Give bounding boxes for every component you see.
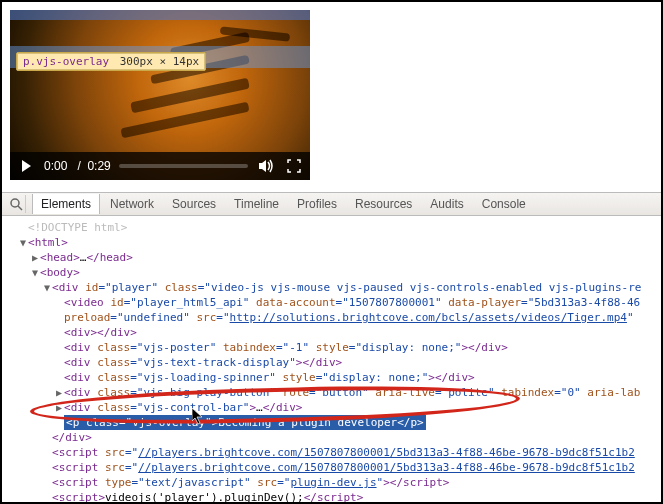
expand-icon[interactable]: ▶	[54, 400, 64, 415]
duration-time: 0:29	[87, 159, 110, 173]
svg-point-1	[11, 199, 19, 207]
tree-row[interactable]: <script src="//players.brightcove.com/15…	[6, 460, 659, 475]
tree-row[interactable]: ▶<div class="vjs-control-bar">…</div>	[6, 400, 659, 415]
dom-tree[interactable]: <!DOCTYPE html> ▼<html> ▶<head>…</head> …	[2, 216, 661, 504]
svg-line-2	[18, 206, 22, 210]
volume-icon	[257, 157, 275, 175]
search-icon[interactable]	[8, 195, 26, 213]
tab-timeline[interactable]: Timeline	[226, 194, 287, 214]
fullscreen-button[interactable]	[284, 156, 304, 176]
devtools-toolbar: Elements Network Sources Timeline Profil…	[2, 192, 661, 216]
expand-icon[interactable]: ▶	[54, 385, 64, 400]
tab-sources[interactable]: Sources	[164, 194, 224, 214]
expand-icon[interactable]: ▼	[18, 235, 28, 250]
tree-row[interactable]: ▶<head>…</head>	[6, 250, 659, 265]
tree-row[interactable]: <div class="vjs-poster" tabindex="-1" st…	[6, 340, 659, 355]
tooltip-selector: p.vjs-overlay	[23, 55, 109, 68]
tab-console[interactable]: Console	[474, 194, 534, 214]
video-player[interactable]: p.vjs-overlay 300px × 14px 0:00 / 0:29	[10, 10, 310, 180]
tree-row-selected[interactable]: <p class="vjs-overlay">Becoming a plugin…	[6, 415, 659, 430]
svg-marker-3	[192, 408, 202, 424]
tab-network[interactable]: Network	[102, 194, 162, 214]
progress-bar[interactable]	[119, 164, 248, 168]
tree-row[interactable]: <script type="text/javascript" src="plug…	[6, 475, 659, 490]
tree-row[interactable]: <div class="vjs-loading-spinner" style="…	[6, 370, 659, 385]
tree-row[interactable]: <script>videojs('player').pluginDev();</…	[6, 490, 659, 504]
play-button[interactable]	[16, 156, 36, 176]
tree-row[interactable]: ▼<body>	[6, 265, 659, 280]
time-display: 0:00 / 0:29	[44, 159, 111, 173]
tree-row[interactable]: <!DOCTYPE html>	[6, 220, 659, 235]
time-separator: /	[77, 159, 80, 173]
tree-row[interactable]: <div></div>	[6, 325, 659, 340]
tree-row[interactable]: <div class="vjs-text-track-display"></di…	[6, 355, 659, 370]
fullscreen-icon	[287, 159, 301, 173]
tree-row[interactable]: ▶<div class="vjs-big-play-button" role="…	[6, 385, 659, 400]
current-time: 0:00	[44, 159, 67, 173]
tree-row[interactable]: ▼<div id="player" class="video-js vjs-mo…	[6, 280, 659, 295]
tree-row[interactable]: preload="undefined" src="http://solution…	[6, 310, 659, 325]
video-control-bar: 0:00 / 0:29	[10, 152, 310, 180]
volume-button[interactable]	[256, 156, 276, 176]
expand-icon[interactable]: ▼	[42, 280, 52, 295]
tree-row[interactable]: </div>	[6, 430, 659, 445]
page-preview: p.vjs-overlay 300px × 14px 0:00 / 0:29	[2, 2, 661, 192]
tab-elements[interactable]: Elements	[32, 194, 100, 214]
tab-profiles[interactable]: Profiles	[289, 194, 345, 214]
play-icon	[22, 160, 31, 172]
tab-audits[interactable]: Audits	[422, 194, 471, 214]
inspect-highlight-margin	[10, 10, 310, 20]
tree-row[interactable]: <video id="player_html5_api" data-accoun…	[6, 295, 659, 310]
svg-marker-0	[259, 160, 266, 172]
tree-row[interactable]: <script src="//players.brightcove.com/15…	[6, 445, 659, 460]
tooltip-dimensions: 300px × 14px	[116, 55, 199, 68]
inspector-dimension-tooltip: p.vjs-overlay 300px × 14px	[16, 52, 206, 71]
cursor-icon	[192, 408, 204, 425]
expand-icon[interactable]: ▶	[30, 250, 40, 265]
tree-row[interactable]: ▼<html>	[6, 235, 659, 250]
expand-icon[interactable]: ▼	[30, 265, 40, 280]
tab-resources[interactable]: Resources	[347, 194, 420, 214]
